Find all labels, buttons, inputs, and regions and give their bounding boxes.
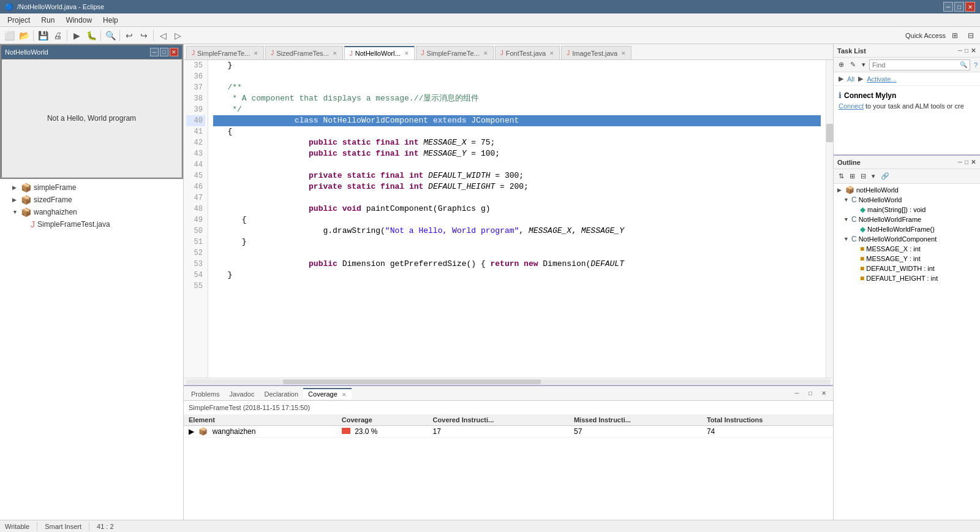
code-content[interactable]: } /** * A component that displays a mess… [208, 60, 826, 378]
minimize-button[interactable]: ─ [943, 2, 953, 12]
outline-expand-btn[interactable]: ⊞ [847, 171, 858, 181]
task-filter-btn[interactable]: ▾ [859, 59, 868, 70]
task-list-maximize-btn[interactable]: □ [964, 47, 969, 55]
menu-run[interactable]: Run [36, 15, 59, 26]
open-button[interactable]: 📂 [17, 29, 31, 42]
vscroll-thumb[interactable] [826, 124, 833, 142]
tab-simpleframete-2[interactable]: J SimpleFrameTe... ✕ [416, 46, 494, 59]
print-button[interactable]: 🖨 [51, 29, 64, 42]
outline-item-defaultwidth[interactable]: ▶ ■ DEFAULT_WIDTH : int [835, 264, 979, 273]
outline-item-nothelloworld-class[interactable]: ▼ C NotHelloWorld [835, 195, 979, 205]
outline-minimize-btn[interactable]: ─ [957, 158, 963, 166]
outline-item-messagey[interactable]: ▶ ■ MESSAGE_Y : int [835, 254, 979, 264]
task-list-close-btn[interactable]: ✕ [970, 47, 976, 55]
new-button[interactable]: ⬜ [2, 29, 16, 42]
outline-collapse-btn[interactable]: ⊟ [858, 171, 869, 181]
perspective-button[interactable]: ⊞ [948, 29, 962, 42]
bottom-panel-maximize[interactable]: □ [804, 387, 817, 400]
eclipse-icon: 🔵 [5, 3, 13, 11]
task-activate-link[interactable]: Activate... [867, 75, 896, 83]
row-expand-icon[interactable]: ▶ [189, 427, 194, 436]
bottom-panel-close[interactable]: ✕ [817, 387, 831, 400]
bottom-panel: Problems Javadoc Declaration Coverage ✕ … [184, 385, 833, 520]
task-edit-btn[interactable]: ✎ [848, 59, 858, 70]
maximize-button[interactable]: □ [954, 2, 964, 12]
toolbar-separator-4 [119, 30, 120, 41]
package-icon-sizedframe: 📦 [21, 195, 31, 205]
tab-coverage-close[interactable]: ✕ [342, 392, 347, 398]
toolbar-separator-1 [33, 30, 34, 41]
debug-button[interactable]: 🐛 [85, 29, 98, 42]
tree-arrow-sizedframe: ▶ [12, 197, 18, 203]
redo-button[interactable]: ↪ [137, 29, 151, 42]
tab-imagetest[interactable]: J ImageTest.java ✕ [561, 46, 631, 59]
menu-project[interactable]: Project [2, 15, 35, 26]
hscroll-thumb[interactable] [283, 379, 541, 384]
hscroll-track[interactable] [186, 379, 831, 384]
tab-javadoc[interactable]: Javadoc [224, 388, 259, 399]
preview-close[interactable]: ✕ [170, 48, 178, 56]
title-bar-left: 🔵 /NotHelloWorld.java - Eclipse [5, 3, 104, 11]
ln-47: 47 [186, 192, 205, 203]
run-button[interactable]: ▶ [70, 29, 83, 42]
outline-item-nothelloworldframe-class[interactable]: ▼ C NotHelloWorldFrame [835, 215, 979, 224]
tab-label-3: NotHelloWorl... [355, 50, 401, 57]
tree-item-sizedframe[interactable]: ▶ 📦 sizedFrame [2, 194, 181, 206]
tab-sizedframetes[interactable]: J SizedFrameTes... ✕ [265, 46, 343, 59]
tab-close-6[interactable]: ✕ [621, 50, 626, 56]
tab-problems[interactable]: Problems [186, 388, 224, 399]
package-icon-simpleframe: 📦 [21, 183, 31, 192]
tab-close-1[interactable]: ✕ [254, 50, 258, 56]
task-new-btn[interactable]: ⊕ [836, 59, 846, 70]
table-row[interactable]: ▶ 📦 wanghaizhen 23.0 % 17 57 [184, 426, 833, 438]
tree-item-simpleframe[interactable]: ▶ 📦 simpleFrame [2, 181, 181, 194]
outline-close-btn[interactable]: ✕ [970, 158, 976, 166]
preview-minimize[interactable]: ─ [150, 48, 159, 56]
search-button[interactable]: 🔍 [104, 29, 117, 42]
outline-item-frame-constructor[interactable]: ▶ ◆ NotHelloWorldFrame() [835, 224, 979, 234]
close-button[interactable]: ✕ [965, 2, 975, 12]
tab-fonttest[interactable]: J FontTest.java ✕ [495, 46, 560, 59]
outline-item-defaultheight[interactable]: ▶ ■ DEFAULT_HEIGHT : int [835, 273, 979, 283]
back-button[interactable]: ◁ [156, 29, 170, 42]
outline-filter-btn[interactable]: ▾ [869, 171, 878, 181]
connect-link[interactable]: Connect [839, 102, 864, 110]
tab-nothelloworld[interactable]: J NotHelloWorl... ✕ [344, 46, 415, 59]
tab-close-2[interactable]: ✕ [333, 50, 337, 56]
tab-coverage[interactable]: Coverage ✕ [303, 388, 352, 399]
cell-coverage: 23.0 % [337, 426, 428, 438]
cell-missed: 57 [569, 426, 702, 438]
tree-item-simpleframetest[interactable]: ▶ J SimpleFrameTest.java [2, 218, 181, 230]
task-help-btn[interactable]: ? [974, 61, 978, 69]
tab-close-3[interactable]: ✕ [404, 50, 409, 56]
outline-link-btn[interactable]: 🔗 [878, 171, 892, 181]
outline-sort-btn[interactable]: ⇅ [836, 171, 846, 181]
undo-button[interactable]: ↩ [123, 29, 136, 42]
task-all-link[interactable]: All [847, 75, 854, 83]
preview-controls: ─ □ ✕ [150, 48, 178, 56]
forward-button[interactable]: ▷ [171, 29, 184, 42]
task-search-input[interactable] [872, 61, 960, 69]
outline-label-package: notHelloWorld [856, 186, 899, 194]
tab-declaration[interactable]: Declaration [259, 388, 303, 399]
outline-item-main[interactable]: ▶ ◆ main(String[]) : void [835, 205, 979, 215]
tree-item-wanghaizhen[interactable]: ▼ 📦 wanghaizhen [2, 206, 181, 218]
save-button[interactable]: 💾 [36, 29, 50, 42]
ln-42: 42 [186, 137, 205, 148]
tab-simpleframete-1[interactable]: J SimpleFrameTe... ✕ [186, 46, 264, 59]
status-insert-mode: Smart Insert [45, 523, 81, 530]
outline-item-component-class[interactable]: ▼ C NotHelloWorldComponent [835, 234, 979, 244]
outline-item-package[interactable]: ▶ 📦 notHelloWorld [835, 185, 979, 195]
menu-help[interactable]: Help [98, 15, 123, 26]
menu-window[interactable]: Window [61, 15, 97, 26]
outline-maximize-btn[interactable]: □ [964, 158, 969, 166]
perspective-switch-button[interactable]: ⊟ [964, 29, 978, 42]
task-search-box[interactable]: 🔍 [869, 59, 970, 70]
tab-close-5[interactable]: ✕ [549, 50, 554, 56]
preview-maximize[interactable]: □ [160, 48, 168, 56]
code-vscroll[interactable] [826, 60, 833, 378]
bottom-panel-minimize[interactable]: ─ [790, 387, 804, 400]
task-list-minimize-btn[interactable]: ─ [957, 47, 963, 55]
tab-close-4[interactable]: ✕ [483, 50, 488, 56]
outline-item-messagex[interactable]: ▶ ■ MESSAGE_X : int [835, 244, 979, 254]
